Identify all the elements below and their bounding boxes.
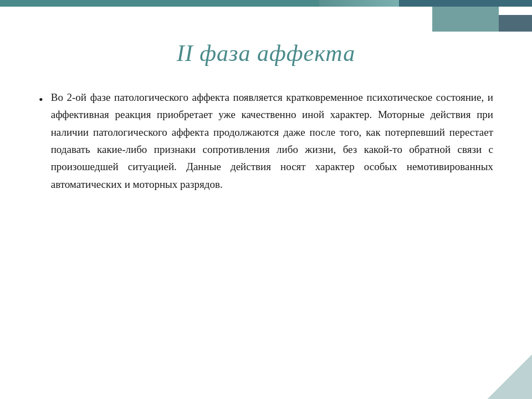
deco-dark-block bbox=[499, 15, 532, 32]
slide: II фаза аффекта • Во 2-ой фазе патологич… bbox=[0, 0, 532, 399]
deco-teal-block bbox=[432, 7, 499, 32]
top-right-decoration bbox=[432, 7, 532, 32]
bottom-deco-inner bbox=[488, 355, 532, 399]
bullet-list: • Во 2-ой фазе патологического аффекта п… bbox=[39, 89, 493, 193]
slide-title: II фаза аффекта bbox=[39, 40, 493, 66]
content-area: II фаза аффекта • Во 2-ой фазе патологич… bbox=[0, 7, 532, 399]
bottom-right-decoration bbox=[488, 355, 532, 399]
top-bar-decoration bbox=[0, 0, 532, 7]
bullet-item: • Во 2-ой фазе патологического аффекта п… bbox=[39, 89, 493, 193]
bullet-text: Во 2-ой фазе патологического аффекта поя… bbox=[51, 89, 493, 193]
bullet-dot: • bbox=[39, 90, 43, 110]
